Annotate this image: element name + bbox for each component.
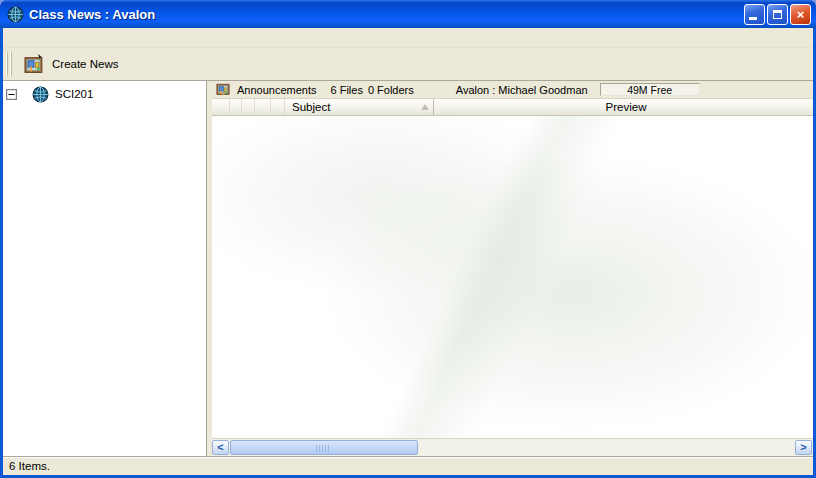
folder-tree-pane: SCI201 (3, 81, 207, 456)
status-bar: 6 Items. (3, 456, 813, 475)
viewed-column-header[interactable] (255, 99, 271, 115)
subject-column-header[interactable]: Subject (285, 99, 434, 115)
scrollbar-thumb[interactable] (230, 440, 418, 455)
maximize-icon (773, 10, 782, 19)
title-bar[interactable]: Class News : Avalon × (0, 0, 816, 28)
attachment-column-header[interactable] (242, 99, 255, 115)
folders-count: 0 Folders (368, 84, 414, 96)
maximize-button[interactable] (767, 4, 788, 25)
tree-root-sci201[interactable]: SCI201 (3, 85, 206, 103)
close-button[interactable]: × (790, 4, 811, 25)
globe-icon (32, 86, 49, 103)
minus-box-icon (273, 102, 283, 112)
scroll-left-button[interactable]: < (212, 440, 229, 455)
free-space-indicator: 49M Free (600, 83, 700, 96)
sort-ascending-icon (421, 104, 429, 110)
create-news-icon (24, 54, 46, 74)
files-count: 6 Files (331, 84, 363, 96)
menu-bar (3, 28, 813, 48)
server-user: Avalon : Michael Goodman (456, 84, 588, 96)
app-window: Class News : Avalon × Create News SCI201 (0, 0, 816, 478)
message-pane: Announcements 6 Files 0 Folders Avalon :… (212, 81, 813, 456)
preview-column-label: Preview (606, 101, 647, 113)
tree-root-label: SCI201 (55, 88, 93, 100)
column-header: Subject Preview (212, 99, 813, 116)
create-news-button[interactable]: Create News (17, 51, 125, 77)
window-title: Class News : Avalon (29, 7, 742, 22)
close-icon: × (797, 8, 805, 21)
folder-name: Announcements (237, 84, 317, 96)
create-news-label: Create News (52, 58, 118, 70)
minimize-button[interactable] (744, 4, 765, 25)
preview-column-header[interactable]: Preview (434, 99, 813, 115)
collapse-icon[interactable] (6, 89, 17, 100)
info-bar: Announcements 6 Files 0 Folders Avalon :… (212, 81, 813, 99)
flag-icon (231, 102, 240, 113)
horizontal-scrollbar[interactable]: < > (212, 438, 813, 456)
eye-icon (256, 103, 269, 111)
collapse-column-header[interactable] (271, 99, 285, 115)
subject-column-label: Subject (292, 101, 330, 113)
globe-icon (7, 6, 24, 23)
toolbar-grip[interactable] (6, 52, 13, 76)
flag-column-header[interactable] (230, 99, 242, 115)
news-icon (216, 83, 230, 96)
icon-column-header[interactable] (212, 99, 230, 115)
status-text: 6 Items. (9, 460, 50, 472)
scroll-right-button[interactable]: > (795, 440, 812, 455)
minimize-icon (749, 17, 757, 20)
message-list (212, 116, 813, 438)
paperclip-icon (245, 101, 252, 113)
content-area: SCI201 Announcements 6 Files 0 Folders A… (3, 81, 813, 456)
app-body: Create News SCI201 Announcements (3, 28, 813, 475)
toolbar: Create News (3, 48, 813, 81)
item-icon (214, 101, 227, 113)
